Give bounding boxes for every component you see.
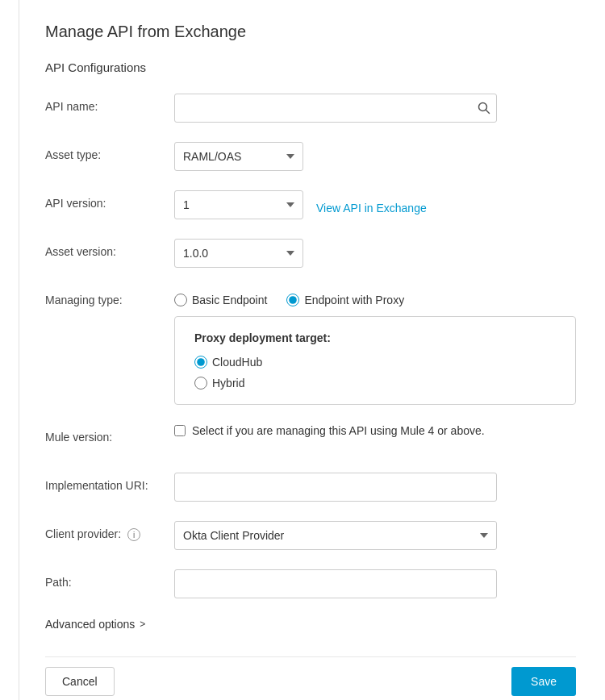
asset-version-row: Asset version: 1.0.0 1.0.1 2.0.0 <box>45 239 576 268</box>
proxy-box: Proxy deployment target: CloudHub Hybrid <box>174 316 576 405</box>
path-label: Path: <box>45 569 174 589</box>
path-row: Path: / <box>45 569 576 598</box>
managing-type-proxy-radio[interactable] <box>286 294 299 306</box>
api-version-select[interactable]: 1 2 3 <box>174 190 303 219</box>
managing-type-proxy-text: Endpoint with Proxy <box>304 294 404 306</box>
asset-version-select[interactable]: 1.0.0 1.0.1 2.0.0 <box>174 239 303 268</box>
asset-type-select[interactable]: RAML/OAS HTTP WSDL <box>174 142 303 171</box>
api-version-control: 1 2 3 View API in Exchange <box>174 190 497 219</box>
client-provider-row: Client provider: i Okta Client Provider … <box>45 521 576 550</box>
mule-version-control: Select if you are managing this API usin… <box>174 424 497 437</box>
api-name-input-wrapper: TestSampleApplication <box>174 94 497 123</box>
api-name-input[interactable]: TestSampleApplication <box>174 94 497 123</box>
api-name-search-button[interactable] <box>478 102 490 115</box>
proxy-hybrid-label[interactable]: Hybrid <box>194 377 556 390</box>
managing-type-basic-radio[interactable] <box>174 294 187 306</box>
client-provider-info-icon[interactable]: i <box>127 528 140 541</box>
client-provider-label-text: Client provider: <box>45 527 121 540</box>
advanced-options-label: Advanced options <box>45 618 135 631</box>
mule-version-checkbox-label[interactable]: Select if you are managing this API usin… <box>174 424 497 437</box>
save-button[interactable]: Save <box>511 667 576 696</box>
search-icon <box>478 102 490 115</box>
section-title: API Configurations <box>45 60 576 74</box>
mule-version-checkbox-text: Select if you are managing this API usin… <box>192 424 485 437</box>
view-api-link[interactable]: View API in Exchange <box>316 195 427 215</box>
proxy-cloudhub-text: CloudHub <box>212 356 262 369</box>
svg-line-1 <box>486 110 490 114</box>
asset-type-row: Asset type: RAML/OAS HTTP WSDL <box>45 142 576 171</box>
managing-type-proxy-label[interactable]: Endpoint with Proxy <box>286 294 404 306</box>
api-version-row: API version: 1 2 3 View API in Exchange <box>45 190 576 219</box>
managing-type-label: Managing type: <box>45 287 174 306</box>
path-input[interactable]: / <box>174 569 497 598</box>
proxy-hybrid-text: Hybrid <box>212 377 244 390</box>
proxy-box-title: Proxy deployment target: <box>194 331 556 344</box>
advanced-options-chevron-icon: > <box>140 619 145 630</box>
api-name-control: TestSampleApplication <box>174 94 497 123</box>
managing-type-radio-group: Basic Endpoint Endpoint with Proxy <box>174 287 576 306</box>
implementation-uri-row: Implementation URI: https://anypoint.mul… <box>45 473 576 502</box>
advanced-options-row[interactable]: Advanced options > <box>45 618 576 631</box>
proxy-radio-group: CloudHub Hybrid <box>194 356 556 390</box>
asset-type-control: RAML/OAS HTTP WSDL <box>174 142 497 171</box>
asset-version-label: Asset version: <box>45 239 174 258</box>
api-name-label: API name: <box>45 94 174 113</box>
implementation-uri-input[interactable]: https://anypoint.mulesoft.com/mocking/ap… <box>174 473 497 502</box>
mule-version-checkbox[interactable] <box>174 425 186 436</box>
managing-type-row: Managing type: Basic Endpoint Endpoint w… <box>45 287 576 405</box>
page-title: Manage API from Exchange <box>45 23 576 41</box>
mule-version-row: Mule version: Select if you are managing… <box>45 424 576 453</box>
client-provider-control: Okta Client Provider Default Client Prov… <box>174 521 497 550</box>
mule-version-label: Mule version: <box>45 424 174 444</box>
client-provider-select[interactable]: Okta Client Provider Default Client Prov… <box>174 521 497 550</box>
client-provider-label: Client provider: i <box>45 521 174 541</box>
api-version-label: API version: <box>45 190 174 210</box>
proxy-box-container: Proxy deployment target: CloudHub Hybrid <box>174 316 576 405</box>
api-name-row: API name: TestSampleApplication <box>45 94 576 123</box>
proxy-cloudhub-label[interactable]: CloudHub <box>194 356 556 369</box>
asset-version-control: 1.0.0 1.0.1 2.0.0 <box>174 239 497 268</box>
path-control: / <box>174 569 497 598</box>
managing-type-basic-label[interactable]: Basic Endpoint <box>174 294 267 306</box>
asset-type-label: Asset type: <box>45 142 174 161</box>
managing-type-basic-text: Basic Endpoint <box>192 294 267 306</box>
cancel-button[interactable]: Cancel <box>45 667 115 696</box>
implementation-uri-control: https://anypoint.mulesoft.com/mocking/ap… <box>174 473 497 502</box>
implementation-uri-label: Implementation URI: <box>45 473 174 492</box>
managing-type-control: Basic Endpoint Endpoint with Proxy Proxy… <box>174 287 576 405</box>
api-version-inner: 1 2 3 View API in Exchange <box>174 190 497 219</box>
proxy-hybrid-radio[interactable] <box>194 377 207 390</box>
form-actions: Cancel Save <box>45 656 576 696</box>
proxy-cloudhub-radio[interactable] <box>194 356 207 369</box>
